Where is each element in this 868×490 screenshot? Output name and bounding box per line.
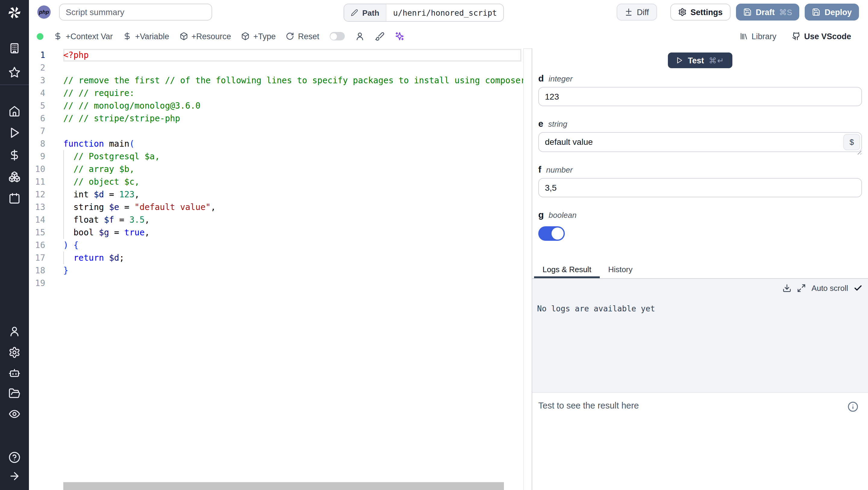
- field-e: e string default value $: [538, 119, 862, 152]
- code-editor[interactable]: 12345678910111213141516171819 <?php// re…: [29, 48, 523, 490]
- resources-icon[interactable]: [8, 171, 21, 183]
- schedules-icon[interactable]: [8, 193, 21, 205]
- field-g-toggle[interactable]: [538, 226, 565, 241]
- code-line: [63, 277, 523, 290]
- logs-empty-message: No logs are available yet: [537, 304, 655, 313]
- runs-icon[interactable]: [8, 127, 21, 139]
- tab-history[interactable]: History: [600, 262, 641, 278]
- code-line: }: [63, 264, 523, 277]
- line-number[interactable]: 19: [29, 277, 45, 290]
- add-variable-button[interactable]: +Variable: [123, 32, 169, 41]
- add-resource-button[interactable]: +Resource: [179, 32, 231, 41]
- save-icon: [812, 8, 820, 16]
- path-field[interactable]: Path u/henri/honored_script: [344, 4, 504, 22]
- main-area: php Path u/henri/honored_script Diff Set…: [29, 0, 868, 490]
- package-icon: [241, 32, 250, 40]
- ai-sparkles-icon[interactable]: [395, 31, 404, 41]
- summary-input[interactable]: [59, 4, 212, 21]
- line-number[interactable]: 4: [29, 87, 45, 99]
- line-number[interactable]: 7: [29, 125, 45, 138]
- line-number[interactable]: 8: [29, 138, 45, 150]
- line-number[interactable]: 1: [29, 49, 45, 62]
- line-number[interactable]: 14: [29, 213, 45, 226]
- reset-button[interactable]: Reset: [286, 32, 319, 41]
- code-line: bool $g = true,: [63, 226, 523, 239]
- line-number[interactable]: 2: [29, 62, 45, 74]
- line-number[interactable]: 5: [29, 99, 45, 112]
- github-icon: [792, 32, 801, 40]
- line-number[interactable]: 6: [29, 112, 45, 125]
- line-number[interactable]: 18: [29, 264, 45, 277]
- tab-logs-result[interactable]: Logs & Result: [534, 262, 600, 278]
- code-line: // // stripe/stripe-php: [63, 112, 523, 125]
- line-number[interactable]: 15: [29, 226, 45, 239]
- field-f-input[interactable]: [538, 178, 862, 197]
- package-icon: [179, 32, 188, 40]
- user-icon[interactable]: [355, 31, 364, 41]
- editor-panel-splitter[interactable]: [523, 48, 524, 490]
- windmill-logo-icon[interactable]: [7, 5, 22, 21]
- path-value: u/henri/honored_script: [386, 4, 503, 21]
- line-number[interactable]: 3: [29, 74, 45, 87]
- add-type-button[interactable]: +Type: [241, 32, 276, 41]
- field-label: d integer: [538, 74, 862, 84]
- add-context-var-button[interactable]: +Context Var: [54, 32, 113, 41]
- code-line: // remove the first // of the following …: [63, 74, 523, 87]
- library-button[interactable]: Library: [739, 32, 776, 41]
- format-brush-icon[interactable]: [375, 31, 384, 41]
- line-number[interactable]: 10: [29, 163, 45, 176]
- code-line: // array $b,: [63, 163, 523, 176]
- sidebar: [0, 0, 29, 490]
- language-badge: php: [37, 5, 51, 19]
- audit-logs-icon[interactable]: [8, 408, 21, 420]
- use-vscode-button[interactable]: Use VScode: [792, 32, 851, 41]
- folders-icon[interactable]: [8, 387, 21, 400]
- indent-guide: [63, 150, 64, 239]
- settings-icon[interactable]: [8, 346, 21, 358]
- favorites-icon[interactable]: [8, 66, 21, 79]
- editor-toolbar: +Context Var +Variable +Resource +Type R…: [29, 24, 868, 49]
- info-icon[interactable]: [847, 401, 858, 412]
- code-line: string $e = "default value",: [63, 201, 523, 213]
- expand-logs-icon[interactable]: [797, 284, 806, 293]
- horizontal-scrollbar[interactable]: [63, 482, 504, 490]
- indent-guide: [63, 252, 64, 264]
- line-number[interactable]: 12: [29, 188, 45, 201]
- line-number[interactable]: 9: [29, 150, 45, 163]
- users-icon[interactable]: [8, 325, 21, 337]
- field-d-input[interactable]: [538, 87, 862, 106]
- test-button[interactable]: Test ⌘↵: [668, 53, 732, 68]
- settings-button[interactable]: Settings: [670, 4, 731, 21]
- script-editor-app: php Path u/henri/honored_script Diff Set…: [0, 0, 868, 490]
- help-icon[interactable]: [8, 451, 21, 463]
- line-number[interactable]: 11: [29, 176, 45, 188]
- assistant-toggle[interactable]: [330, 32, 344, 40]
- autoscroll-check-icon[interactable]: [854, 284, 863, 293]
- expand-sidebar-icon[interactable]: [8, 470, 21, 482]
- insert-variable-button[interactable]: $: [843, 134, 860, 150]
- variables-icon[interactable]: [8, 149, 21, 161]
- workspace-icon[interactable]: [8, 42, 21, 54]
- pencil-icon: [351, 9, 358, 16]
- dollar-icon: [123, 32, 131, 40]
- deploy-button[interactable]: Deploy: [805, 4, 859, 21]
- library-icon: [739, 32, 748, 40]
- workers-icon[interactable]: [8, 367, 21, 379]
- line-number[interactable]: 16: [29, 239, 45, 252]
- download-logs-icon[interactable]: [783, 284, 792, 293]
- code-line: int $d = 123,: [63, 188, 523, 201]
- test-shortcut: ⌘↵: [709, 56, 724, 65]
- code-line: return $d;: [63, 252, 523, 264]
- draft-button[interactable]: Draft ⌘S: [736, 4, 799, 21]
- field-label: e string: [538, 119, 862, 129]
- rotate-icon: [286, 32, 294, 40]
- logs-panel: Auto scroll No logs are available yet: [532, 279, 868, 392]
- home-icon[interactable]: [8, 105, 21, 117]
- field-e-textarea[interactable]: default value: [538, 132, 862, 152]
- autoscroll-label[interactable]: Auto scroll: [812, 284, 848, 293]
- diff-button[interactable]: Diff: [616, 4, 657, 21]
- header: php Path u/henri/honored_script Diff Set…: [29, 0, 868, 24]
- line-number[interactable]: 17: [29, 252, 45, 264]
- line-number[interactable]: 13: [29, 201, 45, 213]
- field-label: g boolean: [538, 210, 862, 220]
